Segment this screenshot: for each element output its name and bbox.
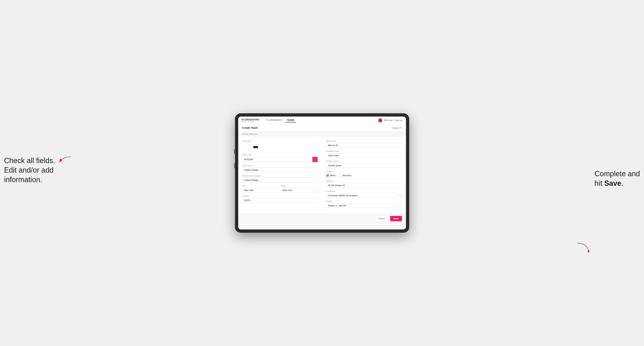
gender-label: Gender (326, 170, 402, 173)
colour-swatch[interactable] (312, 157, 318, 162)
right-annotation: Complete and hit Save. (594, 169, 640, 188)
team-colour-label: Team colour (242, 154, 318, 156)
form-footer: Cancel Save (238, 214, 406, 223)
cancel-label: Cancel (392, 127, 399, 129)
womens-radio-dot (339, 174, 342, 177)
brand-logo: SCOREBOARD Powered by clippd (242, 118, 260, 122)
form-title: Create Team (242, 126, 258, 129)
city-field: City (242, 185, 279, 193)
display-name-field: Display name (unique) (242, 175, 318, 182)
conference-select-wrapper: University Athletic Association ✕ ⌄ (326, 193, 402, 198)
division-select[interactable]: NCAA Division III (326, 183, 402, 188)
cancel-x-button[interactable]: Cancel ✕ (392, 127, 402, 129)
tablet-frame: SCOREBOARD Powered by clippd TOURNAMENTS… (235, 113, 409, 233)
form-header: Create Team Cancel ✕ (238, 124, 406, 132)
nav-right: Test User | Sign out (378, 118, 402, 122)
zip-input[interactable] (242, 198, 318, 203)
left-annotation: Check all fields. Edit and/or add inform… (4, 156, 55, 184)
gender-field: Gender Mens Womens (326, 170, 402, 178)
athletic-director-label: Athletic Director (326, 160, 402, 162)
brand-subtitle: Powered by clippd (242, 121, 260, 122)
region-field: Region Region II - (M) DIII ✕ ⌄ (326, 200, 402, 208)
city-label: City (242, 185, 279, 187)
navbar: SCOREBOARD Powered by clippd TOURNAMENTS… (238, 117, 406, 124)
logo-area (242, 143, 318, 151)
form-left-column: Team logo Team colour (242, 140, 322, 210)
assistant-coach-field: Assistant Coach (326, 150, 402, 158)
athletic-director-field: Athletic Director (326, 160, 402, 168)
tablet-screen: SCOREBOARD Powered by clippd TOURNAMENTS… (238, 117, 406, 229)
region-select-wrapper: Region II - (M) DIII ✕ ⌄ (326, 203, 402, 208)
nav-tournaments[interactable]: TOURNAMENTS (264, 118, 284, 122)
city-input[interactable] (242, 188, 279, 193)
city-state-row: City State New York ✕ (242, 185, 318, 193)
gender-mens-radio[interactable]: Mens (326, 174, 336, 177)
region-select[interactable]: Region II - (M) DIII (326, 203, 402, 208)
upload-button[interactable] (253, 146, 258, 148)
left-arrow-icon (59, 156, 73, 164)
form-body: Team logo Team colour (238, 137, 406, 214)
nav-links: TOURNAMENTS TEAMS (264, 118, 378, 122)
logo-circle (242, 143, 251, 151)
team-name-field: Team name (242, 165, 318, 173)
gender-womens-radio[interactable]: Womens (339, 174, 351, 177)
display-name-label: Display name (unique) (242, 175, 318, 177)
athletic-director-input[interactable] (326, 163, 402, 168)
head-coach-input[interactable] (326, 143, 402, 148)
division-label: Division (326, 180, 402, 182)
footer-cancel-button[interactable]: Cancel (375, 216, 388, 221)
tablet-side-button-2 (234, 164, 235, 168)
mens-label: Mens (330, 174, 336, 177)
head-coach-label: Head Coach (326, 140, 402, 142)
division-field: Division NCAA Division III ⌄ (326, 180, 402, 188)
tablet-side-button-1 (234, 149, 235, 154)
user-avatar (378, 118, 382, 122)
nav-teams[interactable]: TEAMS (285, 118, 296, 122)
conference-label: Conference (326, 190, 402, 192)
user-text: Test User | (384, 119, 394, 121)
region-label: Region (326, 200, 402, 202)
close-icon: ✕ (400, 127, 402, 129)
footer-save-button[interactable]: Save (390, 216, 402, 221)
team-name-input[interactable] (242, 168, 318, 173)
state-label: State (281, 185, 318, 187)
section-label: TEAM DETAILS (238, 132, 406, 137)
main-content: Create Team Cancel ✕ TEAM DETAILS Team l… (238, 124, 406, 229)
display-name-input[interactable] (242, 178, 318, 182)
state-field: State New York ✕ ⌄ (281, 185, 318, 193)
team-colour-field: Team colour (242, 154, 318, 162)
head-coach-field: Head Coach (326, 140, 402, 148)
zip-label: Zip code (242, 195, 318, 197)
brand-name: SCOREBOARD (242, 118, 260, 121)
division-select-wrapper: NCAA Division III ⌄ (326, 183, 402, 188)
team-logo-label: Team logo (242, 140, 318, 142)
womens-label: Womens (342, 174, 351, 177)
state-select[interactable]: New York (281, 188, 318, 193)
conference-select[interactable]: University Athletic Association (326, 193, 402, 198)
page-wrapper: Check all fields. Edit and/or add inform… (0, 0, 644, 346)
assistant-coach-label: Assistant Coach (326, 150, 402, 152)
assistant-coach-input[interactable] (326, 153, 402, 158)
gender-radio-group: Mens Womens (326, 173, 402, 178)
state-select-wrapper: New York ✕ ⌄ (281, 188, 318, 193)
colour-input[interactable] (242, 157, 312, 162)
colour-field-wrapper (242, 157, 318, 162)
team-logo-field: Team logo (242, 140, 318, 151)
mens-radio-dot (326, 174, 329, 177)
conference-field: Conference University Athletic Associati… (326, 190, 402, 198)
zip-field: Zip code (242, 195, 318, 203)
form-right-column: Head Coach Assistant Coach Athletic Dire… (322, 140, 402, 210)
sign-out-link[interactable]: Sign out (395, 119, 403, 121)
right-arrow-icon (575, 242, 589, 252)
team-name-label: Team name (242, 165, 318, 167)
